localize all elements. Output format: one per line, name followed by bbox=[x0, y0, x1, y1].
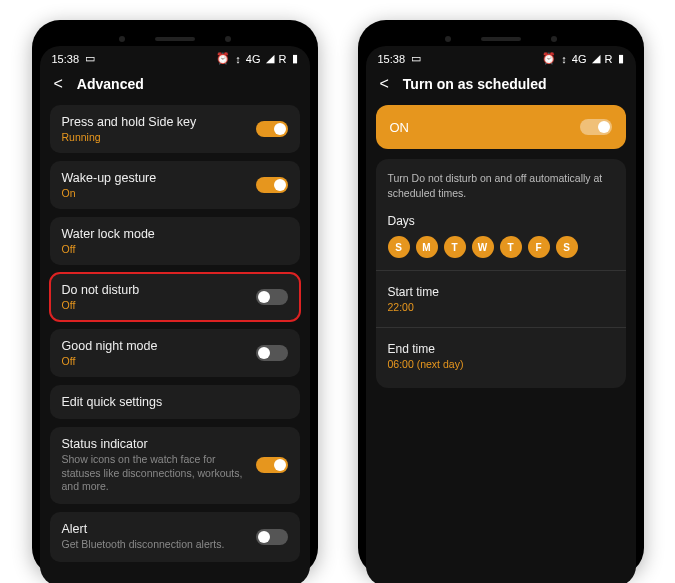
setting-row-do-not-disturb[interactable]: Do not disturbOff bbox=[50, 273, 300, 321]
roaming-icon: R bbox=[279, 53, 287, 65]
notch bbox=[366, 28, 636, 46]
end-time-value: 06:00 (next day) bbox=[388, 358, 614, 370]
header: < Advanced bbox=[40, 67, 310, 105]
signal-icon: ◢ bbox=[592, 52, 600, 65]
setting-sublabel: Off bbox=[62, 299, 248, 311]
master-toggle-row[interactable]: ON bbox=[376, 105, 626, 149]
master-toggle-label: ON bbox=[390, 120, 410, 135]
toggle[interactable] bbox=[256, 177, 288, 193]
status-time: 15:38 bbox=[52, 53, 80, 65]
master-toggle[interactable] bbox=[580, 119, 612, 135]
video-icon: ▭ bbox=[411, 52, 421, 65]
day-f[interactable]: F bbox=[528, 236, 550, 258]
header: < Turn on as scheduled bbox=[366, 67, 636, 105]
setting-label: Status indicator bbox=[62, 437, 248, 451]
phone-schedule: 15:38 ▭ ⏰ ↕ 4G ◢ R ▮ < Turn on as schedu… bbox=[358, 20, 644, 576]
setting-label: Do not disturb bbox=[62, 283, 248, 297]
back-icon[interactable]: < bbox=[380, 75, 389, 93]
start-time-label: Start time bbox=[388, 285, 614, 299]
back-icon[interactable]: < bbox=[54, 75, 63, 93]
setting-row-alert[interactable]: AlertGet Bluetooth disconnection alerts. bbox=[50, 512, 300, 562]
day-t[interactable]: T bbox=[500, 236, 522, 258]
alarm-icon: ⏰ bbox=[542, 52, 556, 65]
day-w[interactable]: W bbox=[472, 236, 494, 258]
phone-advanced: 15:38 ▭ ⏰ ↕ 4G ◢ R ▮ < Advanced Press an… bbox=[32, 20, 318, 576]
setting-label: Alert bbox=[62, 522, 248, 536]
setting-sublabel: On bbox=[62, 187, 248, 199]
video-icon: ▭ bbox=[85, 52, 95, 65]
setting-sublabel: Get Bluetooth disconnection alerts. bbox=[62, 538, 248, 552]
days-label: Days bbox=[388, 214, 614, 228]
page-title: Advanced bbox=[77, 76, 144, 92]
setting-label: Good night mode bbox=[62, 339, 248, 353]
setting-row-edit-quick-settings[interactable]: Edit quick settings bbox=[50, 385, 300, 419]
data-icon: ↕ bbox=[561, 53, 567, 65]
toggle[interactable] bbox=[256, 457, 288, 473]
setting-sublabel: Show icons on the watch face for statuse… bbox=[62, 453, 248, 494]
notch bbox=[40, 28, 310, 46]
toggle[interactable] bbox=[256, 345, 288, 361]
setting-sublabel: Off bbox=[62, 243, 288, 255]
start-time-row[interactable]: Start time 22:00 bbox=[388, 279, 614, 319]
battery-icon: ▮ bbox=[292, 52, 298, 65]
data-icon: ↕ bbox=[235, 53, 241, 65]
status-bar: 15:38 ▭ ⏰ ↕ 4G ◢ R ▮ bbox=[366, 46, 636, 67]
setting-sublabel: Off bbox=[62, 355, 248, 367]
status-time: 15:38 bbox=[378, 53, 406, 65]
settings-list[interactable]: Press and hold Side keyRunningWake-up ge… bbox=[40, 105, 310, 583]
toggle[interactable] bbox=[256, 121, 288, 137]
status-bar: 15:38 ▭ ⏰ ↕ 4G ◢ R ▮ bbox=[40, 46, 310, 67]
schedule-panel: Turn Do not disturb on and off automatic… bbox=[376, 159, 626, 388]
roaming-icon: R bbox=[605, 53, 613, 65]
signal-icon: ◢ bbox=[266, 52, 274, 65]
setting-row-water-lock-mode[interactable]: Water lock modeOff bbox=[50, 217, 300, 265]
setting-label: Edit quick settings bbox=[62, 395, 288, 409]
end-time-row[interactable]: End time 06:00 (next day) bbox=[388, 336, 614, 376]
setting-row-status-indicator[interactable]: Status indicatorShow icons on the watch … bbox=[50, 427, 300, 504]
setting-row-press-and-hold-side-key[interactable]: Press and hold Side keyRunning bbox=[50, 105, 300, 153]
setting-label: Water lock mode bbox=[62, 227, 288, 241]
setting-row-wake-up-gesture[interactable]: Wake-up gestureOn bbox=[50, 161, 300, 209]
setting-row-good-night-mode[interactable]: Good night modeOff bbox=[50, 329, 300, 377]
network-icon: 4G bbox=[572, 53, 587, 65]
days-row: SMTWTFS bbox=[388, 236, 614, 258]
day-s[interactable]: S bbox=[388, 236, 410, 258]
toggle[interactable] bbox=[256, 529, 288, 545]
network-icon: 4G bbox=[246, 53, 261, 65]
schedule-description: Turn Do not disturb on and off automatic… bbox=[388, 171, 614, 200]
start-time-value: 22:00 bbox=[388, 301, 614, 313]
day-s[interactable]: S bbox=[556, 236, 578, 258]
day-m[interactable]: M bbox=[416, 236, 438, 258]
alarm-icon: ⏰ bbox=[216, 52, 230, 65]
setting-label: Press and hold Side key bbox=[62, 115, 248, 129]
setting-label: Wake-up gesture bbox=[62, 171, 248, 185]
day-t[interactable]: T bbox=[444, 236, 466, 258]
end-time-label: End time bbox=[388, 342, 614, 356]
page-title: Turn on as scheduled bbox=[403, 76, 547, 92]
battery-icon: ▮ bbox=[618, 52, 624, 65]
toggle[interactable] bbox=[256, 289, 288, 305]
setting-sublabel: Running bbox=[62, 131, 248, 143]
